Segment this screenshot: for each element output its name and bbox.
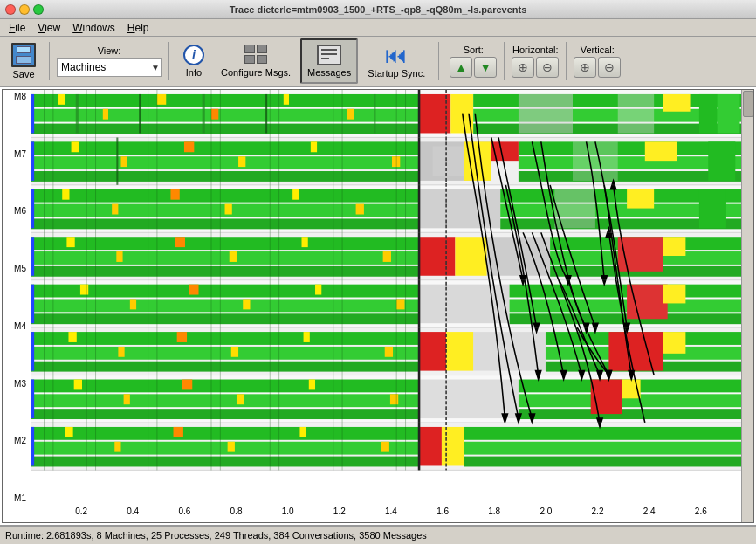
svg-rect-109 <box>68 332 76 342</box>
svg-rect-62 <box>292 189 299 200</box>
zoom-in-horizontal-button[interactable]: ⊕ <box>512 57 534 78</box>
toolbar-sep-2 <box>168 42 169 80</box>
minimize-button[interactable] <box>19 4 30 15</box>
svg-rect-60 <box>170 189 179 200</box>
zoom-out-v-icon: ⊖ <box>604 60 615 74</box>
svg-rect-106 <box>31 332 419 345</box>
svg-rect-123 <box>31 332 34 371</box>
svg-rect-28 <box>519 94 573 134</box>
svg-rect-153 <box>464 457 753 467</box>
svg-rect-72 <box>31 237 419 250</box>
x-tick-0-2: 0.2 <box>75 506 87 516</box>
svg-rect-130 <box>237 394 244 404</box>
svg-rect-150 <box>442 427 464 466</box>
svg-rect-146 <box>228 442 235 452</box>
zoom-out-h-icon: ⊖ <box>542 60 553 74</box>
info-label: Info <box>186 67 202 78</box>
svg-rect-54 <box>116 137 118 184</box>
svg-rect-129 <box>182 380 192 390</box>
svg-rect-63 <box>356 204 364 215</box>
svg-rect-88 <box>663 237 686 256</box>
view-select[interactable]: Machines Threads Processes <box>57 58 162 77</box>
svg-rect-35 <box>31 156 419 169</box>
svg-rect-21 <box>265 94 267 134</box>
svg-rect-110 <box>118 347 124 357</box>
x-tick-0-6: 0.6 <box>178 506 190 516</box>
svg-rect-75 <box>66 237 74 247</box>
y-label-m7: M7 <box>3 149 29 159</box>
svg-rect-148 <box>381 442 389 452</box>
zoom-out-vertical-button[interactable]: ⊖ <box>598 57 621 78</box>
zoom-out-horizontal-button[interactable]: ⊖ <box>536 57 559 78</box>
svg-rect-70 <box>699 189 726 229</box>
svg-rect-71 <box>31 189 34 229</box>
svg-rect-17 <box>347 109 354 120</box>
x-tick-2-4: 2.4 <box>643 506 656 516</box>
svg-rect-154 <box>31 427 34 466</box>
x-tick-0-4: 0.4 <box>127 506 139 516</box>
window-title: Trace dieterle=mtm0903_1500_+RTS_-qp8_-q… <box>230 4 527 15</box>
y-label-m8: M8 <box>3 92 29 101</box>
window-controls[interactable] <box>5 4 44 15</box>
svg-rect-89 <box>31 237 34 276</box>
svg-rect-113 <box>304 332 310 342</box>
status-bar: Runtime: 2.681893s, 8 Machines, 25 Proce… <box>0 525 756 544</box>
startup-sync-label: Startup Sync. <box>368 68 425 79</box>
horizontal-zoom-label: Horizontal: <box>512 45 559 55</box>
zoom-in-v-icon: ⊕ <box>580 60 590 74</box>
svg-rect-152 <box>464 442 753 455</box>
configure-msgs-button[interactable]: Configure Msgs. <box>215 38 297 84</box>
svg-rect-93 <box>80 285 88 295</box>
svg-rect-104 <box>663 285 686 304</box>
x-tick-1-0: 1.0 <box>282 506 294 516</box>
trace-canvas[interactable] <box>31 90 753 505</box>
svg-rect-20 <box>203 94 205 134</box>
save-button[interactable]: Save <box>5 38 42 84</box>
svg-rect-13 <box>103 109 108 120</box>
vertical-scrollbar[interactable] <box>741 90 753 522</box>
svg-rect-114 <box>385 347 393 357</box>
menu-windows[interactable]: Windows <box>67 21 120 35</box>
svg-rect-112 <box>231 347 238 357</box>
svg-rect-61 <box>225 204 232 215</box>
svg-rect-124 <box>31 380 419 393</box>
svg-rect-144 <box>114 442 120 452</box>
svg-rect-78 <box>230 251 237 262</box>
menu-file[interactable]: File <box>3 21 31 35</box>
sort-down-button[interactable]: ▼ <box>474 57 497 78</box>
sort-section: Sort: ▲ ▼ <box>450 45 497 78</box>
menu-view[interactable]: View <box>32 21 65 35</box>
svg-rect-92 <box>31 313 419 324</box>
svg-rect-58 <box>62 189 69 200</box>
y-label-m5: M5 <box>3 264 29 273</box>
svg-rect-115 <box>419 332 446 371</box>
svg-rect-10 <box>31 109 419 122</box>
scrollbar-thumb[interactable] <box>743 91 753 117</box>
messages-button[interactable]: Messages <box>300 38 358 84</box>
svg-rect-80 <box>383 251 391 262</box>
svg-rect-52 <box>708 141 735 181</box>
svg-rect-18 <box>76 94 79 134</box>
svg-rect-142 <box>31 457 419 467</box>
svg-rect-116 <box>446 332 473 371</box>
x-tick-2-6: 2.6 <box>695 506 707 516</box>
maximize-button[interactable] <box>33 4 44 15</box>
svg-rect-46 <box>464 141 491 181</box>
startup-sync-button[interactable]: ⏮ Startup Sync. <box>361 38 431 84</box>
sort-up-button[interactable]: ▲ <box>450 57 472 78</box>
info-button[interactable]: i Info <box>176 38 211 84</box>
zoom-in-vertical-button[interactable]: ⊕ <box>574 57 596 78</box>
svg-rect-9 <box>31 94 419 107</box>
svg-rect-99 <box>419 285 510 324</box>
svg-rect-37 <box>72 141 79 152</box>
status-text: Runtime: 2.681893s, 8 Machines, 25 Proce… <box>5 530 427 541</box>
sort-down-icon: ▼ <box>479 60 491 74</box>
svg-rect-36 <box>31 171 419 182</box>
trace-container[interactable]: M8 M7 M6 M5 M4 M3 M2 M1 <box>2 89 754 523</box>
svg-rect-151 <box>464 427 753 440</box>
svg-rect-140 <box>31 427 419 440</box>
close-button[interactable] <box>5 4 16 15</box>
save-label: Save <box>12 69 34 79</box>
menu-help[interactable]: Help <box>122 21 155 35</box>
view-select-wrapper: Machines Threads Processes ▼ <box>57 58 162 77</box>
